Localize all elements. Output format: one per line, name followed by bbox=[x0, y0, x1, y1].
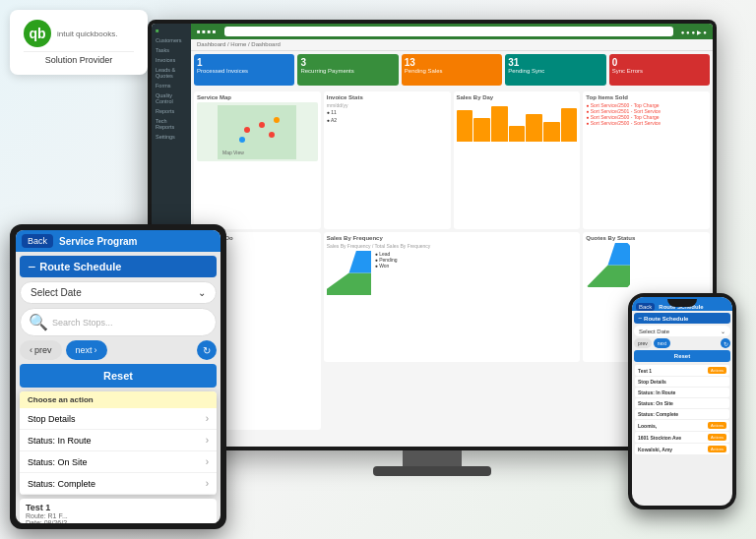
stop-item-test1[interactable]: Test 1 Route: R1 F... Date: 08/26/2... N… bbox=[20, 499, 217, 523]
chevron-icon-3: › bbox=[206, 456, 209, 467]
nav-buttons-row: ‹ prev next › ↻ bbox=[20, 340, 217, 360]
mobile-action-btn-6[interactable]: Actions bbox=[708, 434, 726, 441]
quickbooks-icon: qb bbox=[24, 20, 51, 47]
widget-sales-by-day: Sales By Day bbox=[454, 91, 581, 229]
mobile-route-label: Route Schedule bbox=[644, 316, 688, 322]
sidebar-item-tech[interactable]: Tech Reports bbox=[154, 116, 189, 132]
next-button[interactable]: next › bbox=[66, 340, 107, 360]
back-button[interactable]: Back bbox=[22, 234, 53, 248]
mobile-route-bar: − Route Schedule bbox=[634, 313, 730, 324]
svg-text:Map View: Map View bbox=[222, 150, 244, 155]
sales-chart bbox=[457, 102, 578, 142]
search-icon: 🔍 bbox=[29, 313, 48, 331]
mobile-stop-details[interactable]: Stop Details bbox=[635, 377, 729, 387]
sidebar-item-invoices[interactable]: Invoices bbox=[154, 55, 189, 65]
tablet-title: Service Program bbox=[59, 236, 138, 247]
route-schedule-bar: − Route Schedule bbox=[20, 256, 217, 277]
refresh-button[interactable]: ↻ bbox=[197, 340, 217, 360]
map-image: Map View bbox=[197, 102, 318, 161]
mobile-minus-icon: − bbox=[638, 315, 642, 322]
mobile-select-date-button[interactable]: Select Date ⌄ bbox=[634, 326, 730, 336]
widget-invoice-stats: Invoice Stats mm/dd/yy ● 11 ● A2 bbox=[324, 91, 451, 229]
widget-sales-frequency: Sales By Frequency Sales By Frequency / … bbox=[324, 232, 581, 363]
sidebar-item-quality[interactable]: Quality Control bbox=[154, 90, 189, 106]
mobile-stop-kowalski[interactable]: Kowalski, Amy Actions bbox=[635, 444, 729, 454]
action-header: Choose an action bbox=[20, 391, 217, 408]
mobile-reset-button[interactable]: Reset bbox=[634, 350, 730, 362]
select-date-button[interactable]: Select Date ⌄ bbox=[20, 281, 217, 304]
svg-point-2 bbox=[259, 122, 265, 128]
quotes-pie-chart bbox=[586, 243, 630, 287]
chevron-icon-4: › bbox=[206, 478, 209, 489]
svg-point-1 bbox=[244, 127, 250, 133]
stat-recurring-payments: 3 Recurring Payments bbox=[297, 54, 398, 86]
stop-name: Test 1 bbox=[26, 503, 211, 512]
sidebar-item-settings[interactable]: Settings bbox=[154, 132, 189, 142]
sidebar-item-tasks[interactable]: Tasks bbox=[154, 45, 189, 55]
mobile-prev-button[interactable]: prev bbox=[634, 338, 652, 348]
mobile-stops-list: Test 1 Actions Stop Details Status: In R… bbox=[632, 362, 732, 457]
mobile-action-btn-7[interactable]: Actions bbox=[708, 446, 726, 452]
dashboard-topbar: ■ ■ ■ ■ ● ● ● ▶ ● bbox=[191, 24, 713, 39]
sidebar-item-forms[interactable]: Forms bbox=[154, 81, 189, 90]
mobile-stop-stockton[interactable]: 1601 Stockton Ave Actions bbox=[635, 432, 729, 443]
prev-arrow-icon: ‹ bbox=[30, 345, 32, 355]
route-schedule-label: Route Schedule bbox=[39, 261, 121, 272]
map-svg: Map View bbox=[218, 105, 296, 159]
chevron-down-icon: ⌄ bbox=[198, 287, 206, 298]
stat-sync-errors: 0 Sync Errors bbox=[609, 54, 710, 86]
quickbooks-logo-card: qb intuit quickbooks. Solution Provider bbox=[10, 10, 148, 75]
action-dropdown: Choose an action Stop Details › Status: … bbox=[20, 391, 217, 495]
sidebar-item-leads[interactable]: Leads & Quotes bbox=[154, 65, 189, 81]
mobile-back-button[interactable]: Back bbox=[636, 303, 655, 311]
frequency-pie-chart bbox=[327, 251, 371, 295]
sidebar-item-reports[interactable]: Reports bbox=[154, 106, 189, 116]
action-status-on-site[interactable]: Status: On Site › bbox=[20, 451, 217, 473]
mobile-action-btn-0[interactable]: Actions bbox=[708, 367, 726, 374]
stat-processed-invoices: 1 Processed Invoices bbox=[194, 54, 294, 86]
mobile-stop-complete[interactable]: Status: Complete bbox=[635, 409, 729, 419]
monitor-base bbox=[373, 466, 491, 476]
mobile-stop-in-route[interactable]: Status: In Route bbox=[635, 388, 729, 397]
search-bar[interactable] bbox=[224, 27, 673, 36]
intuit-label: intuit quickbooks. bbox=[57, 30, 117, 38]
search-placeholder: Search Stops... bbox=[52, 318, 113, 328]
stat-pending-sync: 31 Pending Sync bbox=[505, 54, 605, 86]
mobile-stop-loomis[interactable]: Loomis, Actions bbox=[635, 420, 729, 431]
top-nav-items: ■ ■ ■ ■ bbox=[197, 29, 217, 34]
tablet: Back Service Program − Route Schedule Se… bbox=[10, 224, 226, 529]
user-icons: ● ● ● ▶ ● bbox=[681, 29, 707, 35]
tablet-screen: Back Service Program − Route Schedule Se… bbox=[16, 230, 220, 523]
minus-icon[interactable]: − bbox=[28, 260, 35, 273]
mobile-refresh-button[interactable]: ↻ bbox=[721, 338, 730, 348]
mobile-nav-row: prev next ↻ bbox=[634, 338, 730, 348]
svg-point-3 bbox=[269, 132, 275, 138]
mobile-action-btn-5[interactable]: Actions bbox=[708, 422, 726, 429]
widget-top-items: Top Items Sold ● Sort Service/2500 - Top… bbox=[583, 91, 710, 229]
action-status-complete[interactable]: Status: Complete › bbox=[20, 473, 217, 495]
action-status-in-route[interactable]: Status: In Route › bbox=[20, 430, 217, 451]
reset-button[interactable]: Reset bbox=[20, 364, 217, 388]
breadcrumb: Dashboard / Home / Dashboard bbox=[191, 39, 713, 51]
mobile-phone: Back Route Schedule − Route Schedule Sel… bbox=[628, 293, 736, 509]
search-stops-input[interactable]: 🔍 Search Stops... bbox=[20, 308, 217, 336]
select-date-label: Select Date bbox=[31, 287, 82, 298]
stat-pending-sales: 13 Pending Sales bbox=[402, 54, 502, 86]
next-arrow-icon: › bbox=[94, 345, 97, 355]
svg-point-5 bbox=[274, 117, 280, 123]
mobile-screen: Back Route Schedule − Route Schedule Sel… bbox=[632, 297, 732, 506]
stats-row: 1 Processed Invoices 3 Recurring Payment… bbox=[191, 51, 713, 89]
mobile-stop-on-site[interactable]: Status: On Site bbox=[635, 398, 729, 408]
mobile-stop-test1[interactable]: Test 1 Actions bbox=[635, 365, 729, 376]
mobile-chevron-icon: ⌄ bbox=[721, 328, 725, 334]
stop-date: Date: 08/26/2... bbox=[26, 519, 211, 523]
solution-provider-label: Solution Provider bbox=[24, 51, 134, 65]
sidebar-item-customers[interactable]: Customers bbox=[154, 35, 189, 45]
tablet-topbar: Back Service Program bbox=[16, 230, 220, 252]
stop-route: Route: R1 F... bbox=[26, 512, 211, 519]
prev-button[interactable]: ‹ prev bbox=[20, 340, 62, 360]
action-stop-details[interactable]: Stop Details › bbox=[20, 408, 217, 430]
mobile-next-button[interactable]: next bbox=[654, 338, 670, 348]
chevron-icon: › bbox=[206, 413, 209, 424]
widget-service-map: Service Map Map View bbox=[194, 91, 321, 229]
